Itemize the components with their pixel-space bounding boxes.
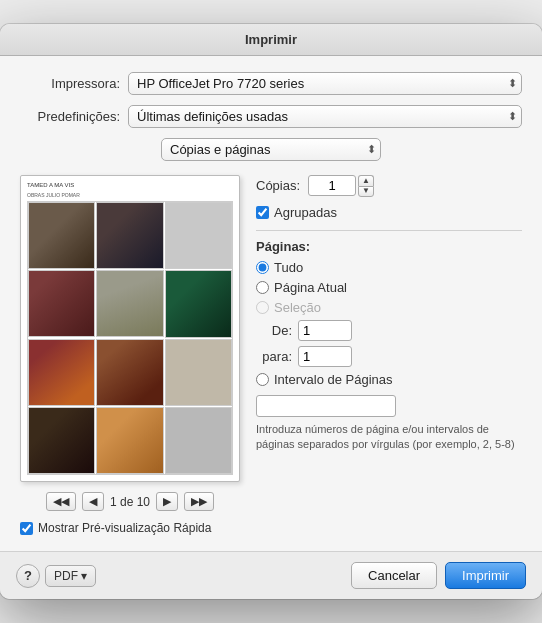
photo-cell-8	[96, 339, 163, 406]
grouped-row: Agrupadas	[256, 205, 522, 220]
printer-select-wrapper: HP OfficeJet Pro 7720 series ⬍	[128, 72, 522, 95]
copies-decrement-button[interactable]: ▼	[358, 186, 374, 197]
from-row: De:	[256, 320, 522, 341]
photo-cell-6	[165, 270, 232, 337]
printer-select[interactable]: HP OfficeJet Pro 7720 series	[128, 72, 522, 95]
section-select-wrapper: Cópias e páginas ⬍	[20, 138, 522, 161]
presets-select-wrapper: Últimas definições usadas ⬍	[128, 105, 522, 128]
bottom-right: Cancelar Imprimir	[351, 562, 526, 589]
preview-page-title: TAMED A MA VIS	[27, 182, 233, 188]
grouped-checkbox[interactable]	[256, 206, 269, 219]
radio-all[interactable]	[256, 261, 269, 274]
radio-current-label[interactable]: Página Atual	[274, 280, 347, 295]
quick-preview-checkbox[interactable]	[20, 522, 33, 535]
copies-stepper: ▲ ▼	[358, 175, 374, 197]
bottom-left: ? PDF ▾	[16, 564, 96, 588]
section-select-outer: Cópias e páginas ⬍	[161, 138, 381, 161]
presets-row: Predefinições: Últimas definições usadas…	[20, 105, 522, 128]
photo-cell-2	[96, 202, 163, 269]
radio-current[interactable]	[256, 281, 269, 294]
dialog-title: Imprimir	[245, 32, 297, 47]
pages-hint: Introduza números de página e/ou interva…	[256, 422, 522, 453]
radio-selection	[256, 301, 269, 314]
pdf-button[interactable]: PDF ▾	[45, 565, 96, 587]
preview-panel: TAMED A MA VIS OBRAS JULIO POMAR	[20, 175, 240, 535]
cancel-button[interactable]: Cancelar	[351, 562, 437, 589]
radio-selection-row: Seleção	[256, 300, 522, 315]
photo-cell-1	[28, 202, 95, 269]
nav-first-button[interactable]: ◀◀	[46, 492, 76, 511]
range-text-row	[256, 392, 522, 417]
dialog-titlebar: Imprimir	[0, 24, 542, 56]
nav-last-button[interactable]: ▶▶	[184, 492, 214, 511]
to-input[interactable]	[298, 346, 352, 367]
presets-label: Predefinições:	[20, 109, 120, 124]
photo-cell-4	[28, 270, 95, 337]
photo-cell-3	[165, 202, 232, 269]
preview-subtitle: OBRAS JULIO POMAR	[27, 192, 233, 198]
main-area: TAMED A MA VIS OBRAS JULIO POMAR	[20, 175, 522, 535]
help-button[interactable]: ?	[16, 564, 40, 588]
radio-selection-label: Seleção	[274, 300, 321, 315]
pages-title: Páginas:	[256, 239, 522, 254]
page-navigation: ◀◀ ◀ 1 de 10 ▶ ▶▶	[20, 492, 240, 511]
copies-input[interactable]	[308, 175, 356, 196]
photo-cell-5	[96, 270, 163, 337]
radio-range[interactable]	[256, 373, 269, 386]
radio-all-row: Tudo	[256, 260, 522, 275]
quick-preview-row: Mostrar Pré-visualização Rápida	[20, 521, 240, 535]
radio-all-label[interactable]: Tudo	[274, 260, 303, 275]
bottom-bar: ? PDF ▾ Cancelar Imprimir	[0, 551, 542, 599]
pdf-label: PDF	[54, 569, 78, 583]
to-row: para:	[256, 346, 522, 367]
to-label: para:	[256, 349, 292, 364]
copies-row: Cópias: ▲ ▼	[256, 175, 522, 197]
range-text-input[interactable]	[256, 395, 396, 417]
photo-cell-12	[165, 407, 232, 474]
section-select[interactable]: Cópias e páginas	[161, 138, 381, 161]
nav-prev-button[interactable]: ◀	[82, 492, 104, 511]
photo-cell-7	[28, 339, 95, 406]
dialog-content: Impressora: HP OfficeJet Pro 7720 series…	[0, 56, 542, 551]
photo-grid	[27, 201, 233, 475]
from-label: De:	[256, 323, 292, 338]
radio-current-row: Página Atual	[256, 280, 522, 295]
radio-range-label[interactable]: Intervalo de Páginas	[274, 372, 393, 387]
preview-page: TAMED A MA VIS OBRAS JULIO POMAR	[20, 175, 240, 482]
pdf-arrow-icon: ▾	[81, 569, 87, 583]
printer-label: Impressora:	[20, 76, 120, 91]
copies-label: Cópias:	[256, 178, 300, 193]
from-input[interactable]	[298, 320, 352, 341]
radio-range-row: Intervalo de Páginas	[256, 372, 522, 387]
photo-cell-11	[96, 407, 163, 474]
photo-cell-9	[165, 339, 232, 406]
settings-panel: Cópias: ▲ ▼ Agrupadas Páginas:	[256, 175, 522, 535]
presets-select[interactable]: Últimas definições usadas	[128, 105, 522, 128]
quick-preview-label[interactable]: Mostrar Pré-visualização Rápida	[38, 521, 211, 535]
grouped-label[interactable]: Agrupadas	[274, 205, 337, 220]
nav-next-button[interactable]: ▶	[156, 492, 178, 511]
printer-row: Impressora: HP OfficeJet Pro 7720 series…	[20, 72, 522, 95]
print-dialog: Imprimir Impressora: HP OfficeJet Pro 77…	[0, 24, 542, 599]
photo-cell-10	[28, 407, 95, 474]
copies-increment-button[interactable]: ▲	[358, 175, 374, 186]
nav-page-info: 1 de 10	[110, 495, 150, 509]
print-button[interactable]: Imprimir	[445, 562, 526, 589]
